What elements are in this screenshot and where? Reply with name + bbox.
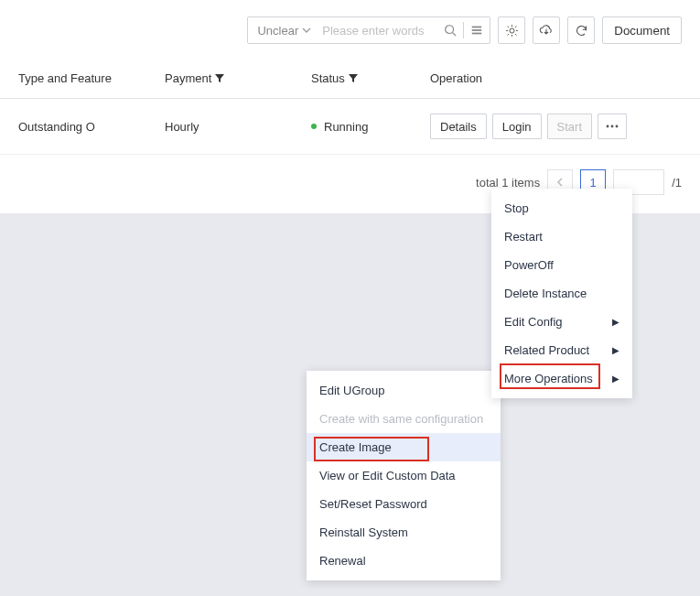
- settings-button[interactable]: [498, 16, 525, 44]
- submenu-view-custom-label: View or Edit Custom Data: [319, 469, 456, 482]
- submenu-edit-ugroup-label: Edit UGroup: [319, 384, 385, 397]
- submenu-renewal[interactable]: Renewal: [307, 547, 501, 575]
- search-icon: [444, 24, 457, 37]
- svg-point-5: [607, 125, 609, 128]
- toolbar: Unclear Document: [0, 9, 700, 62]
- menu-more-ops-label: More Operations: [504, 372, 593, 385]
- cloud-download-icon: [539, 23, 554, 38]
- th-status-label: Status: [311, 71, 345, 85]
- login-button[interactable]: Login: [492, 114, 542, 139]
- submenu-reinstall-system[interactable]: Reinstall System: [307, 518, 501, 547]
- download-button[interactable]: [533, 16, 560, 44]
- search-category-label: Unclear: [257, 24, 298, 38]
- menu-poweroff-label: PowerOff: [504, 258, 554, 272]
- pagination-suffix: /1: [672, 176, 682, 190]
- submenu-reset-pwd-label: Set/Reset Password: [319, 497, 427, 511]
- search-input[interactable]: [318, 17, 437, 43]
- submenu-renewal-label: Renewal: [319, 554, 366, 568]
- th-operation: Operation: [430, 71, 682, 85]
- document-button[interactable]: Document: [602, 16, 682, 44]
- svg-point-6: [611, 125, 614, 128]
- more-actions-button[interactable]: [598, 114, 627, 139]
- menu-restart-label: Restart: [504, 230, 543, 244]
- th-payment[interactable]: Payment: [165, 71, 311, 85]
- search-category-select[interactable]: Unclear: [248, 17, 318, 43]
- submenu-reset-password[interactable]: Set/Reset Password: [307, 490, 501, 518]
- more-operations-submenu: Edit UGroup Create with same configurati…: [307, 371, 501, 580]
- menu-related-product[interactable]: Related Product ▶: [491, 336, 632, 364]
- start-button: Start: [547, 114, 592, 139]
- menu-edit-config-label: Edit Config: [504, 315, 563, 329]
- submenu-create-image-label: Create Image: [319, 440, 392, 454]
- table-header: Type and Feature Payment Status Operatio…: [0, 62, 700, 99]
- search-group: Unclear: [247, 16, 490, 44]
- cell-operation: Details Login Start: [430, 114, 682, 139]
- menu-stop[interactable]: Stop: [491, 194, 632, 222]
- menu-delete-label: Delete Instance: [504, 287, 587, 300]
- table-row: Outstanding O Hourly Running Details Log…: [0, 99, 700, 155]
- menu-stop-label: Stop: [504, 201, 529, 215]
- svg-line-1: [453, 33, 457, 37]
- status-dot-running: [311, 124, 317, 129]
- th-status[interactable]: Status: [311, 71, 430, 85]
- status-text: Running: [324, 120, 368, 134]
- refresh-icon: [575, 24, 588, 38]
- svg-point-0: [446, 26, 454, 34]
- th-type: Type and Feature: [18, 71, 165, 85]
- chevron-left-icon: [556, 178, 564, 187]
- actions-menu: Stop Restart PowerOff Delete Instance Ed…: [491, 189, 632, 398]
- th-payment-label: Payment: [165, 71, 211, 85]
- menu-more-operations[interactable]: More Operations ▶: [491, 364, 632, 393]
- chevron-right-icon: ▶: [612, 374, 619, 384]
- list-icon: [470, 24, 483, 37]
- menu-related-label: Related Product: [504, 343, 589, 357]
- chevron-right-icon: ▶: [612, 345, 619, 355]
- submenu-create-same-config: Create with same configuration: [307, 405, 501, 433]
- list-view-button[interactable]: [464, 17, 490, 43]
- search-button[interactable]: [437, 17, 463, 43]
- menu-edit-config[interactable]: Edit Config ▶: [491, 308, 632, 336]
- filter-icon: [349, 74, 358, 83]
- ellipsis-icon: [606, 125, 619, 128]
- gear-icon: [505, 24, 519, 38]
- menu-delete-instance[interactable]: Delete Instance: [491, 279, 632, 308]
- cell-payment: Hourly: [165, 120, 311, 134]
- cell-type: Outstanding O: [18, 120, 165, 134]
- svg-rect-2: [472, 27, 482, 28]
- svg-point-7: [616, 125, 619, 128]
- submenu-edit-ugroup[interactable]: Edit UGroup: [307, 376, 501, 405]
- pagination-total: total 1 items: [476, 176, 540, 190]
- submenu-create-same-label: Create with same configuration: [319, 412, 483, 426]
- th-type-label: Type and Feature: [18, 71, 112, 85]
- th-operation-label: Operation: [430, 71, 482, 85]
- menu-poweroff[interactable]: PowerOff: [491, 251, 632, 279]
- submenu-view-custom-data[interactable]: View or Edit Custom Data: [307, 461, 501, 490]
- refresh-button[interactable]: [567, 16, 595, 44]
- chevron-down-icon: [302, 26, 311, 35]
- filter-icon: [215, 74, 224, 83]
- cell-status: Running: [311, 120, 430, 134]
- submenu-reinstall-label: Reinstall System: [319, 526, 408, 539]
- svg-rect-3: [472, 29, 482, 31]
- chevron-right-icon: ▶: [612, 317, 619, 327]
- submenu-create-image[interactable]: Create Image: [307, 433, 501, 461]
- main-panel: Unclear Document Type and Feature: [0, 0, 700, 213]
- details-button[interactable]: Details: [430, 114, 487, 139]
- menu-restart[interactable]: Restart: [491, 222, 632, 251]
- svg-rect-4: [472, 33, 482, 35]
